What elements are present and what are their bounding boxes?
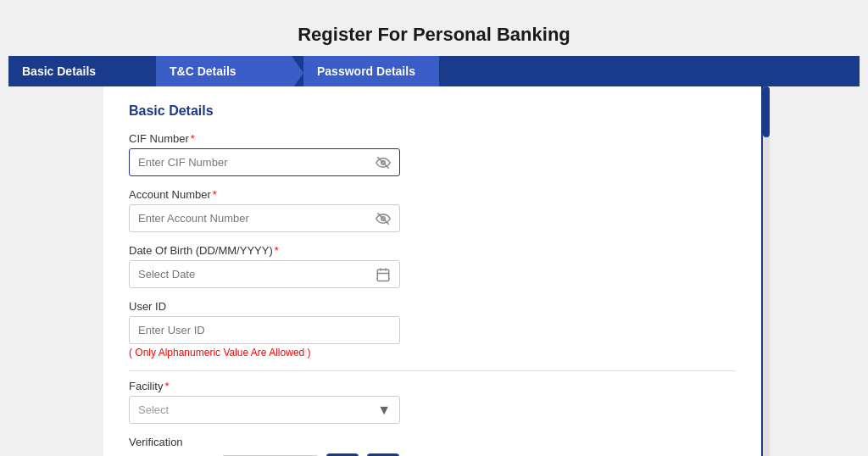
page-wrapper: Register For Personal Banking Basic Deta… [8,8,860,456]
cif-required: * [191,132,195,145]
facility-required: * [164,380,169,392]
calendar-icon [376,267,391,282]
userid-group: User ID ( Only Alphanumeric Value Are Al… [129,300,736,359]
dob-input[interactable] [130,261,367,287]
cif-eye-toggle[interactable] [367,150,399,175]
facility-select[interactable]: Select Retail Corporate [130,397,369,423]
divider-1 [129,370,736,371]
cif-group: CIF Number* [129,132,736,176]
step-password-details-label: Password Details [317,64,415,78]
userid-input-wrapper [129,316,400,344]
step-tc-details-label: T&C Details [170,64,236,78]
facility-select-wrapper: Select Retail Corporate ▼ [129,396,400,424]
dob-label: Date Of Birth (DD/MM/YYYY)* [129,244,736,257]
facility-label: Facility* [129,380,736,392]
account-input-wrapper [129,204,400,232]
section-title: Basic Details [129,103,736,119]
verification-label: Verification [129,436,736,448]
svg-rect-4 [377,270,389,281]
step-basic-details[interactable]: Basic Details [8,56,144,86]
account-input[interactable] [130,205,367,231]
cif-label: CIF Number* [129,132,736,145]
userid-input[interactable] [130,317,399,343]
eye-icon [376,155,391,170]
step-password-details[interactable]: Password Details [303,56,439,86]
verification-group: Verification xEP9CP ↻ 🔊 [129,436,736,456]
cif-input[interactable] [130,149,367,175]
account-eye-toggle[interactable] [367,206,399,231]
step-arrow-2 [292,56,303,86]
account-required: * [213,188,217,201]
account-label: Account Number* [129,188,736,201]
step-basic-details-label: Basic Details [22,64,96,78]
chevron-down-icon: ▼ [369,398,399,423]
userid-hint: ( Only Alphanumeric Value Are Allowed ) [129,347,736,359]
dob-input-wrapper [129,260,400,288]
step-tc-details[interactable]: T&C Details [156,56,292,86]
scrollbar-thumb [763,86,770,137]
scrollbar[interactable] [763,86,770,456]
page-title: Register For Personal Banking [8,8,860,56]
step-arrow-1 [144,56,156,86]
account-group: Account Number* [129,188,736,232]
cif-input-wrapper [129,148,400,176]
facility-group: Facility* Select Retail Corporate ▼ [129,380,736,424]
stepper: Basic Details T&C Details Password Detai… [8,56,860,86]
form-card: Basic Details CIF Number* Account [103,86,765,456]
dob-group: Date Of Birth (DD/MM/YYYY)* [129,244,736,288]
eye-icon-account [376,211,391,226]
dob-calendar-btn[interactable] [367,262,399,287]
dob-required: * [275,244,279,257]
userid-label: User ID [129,300,736,313]
